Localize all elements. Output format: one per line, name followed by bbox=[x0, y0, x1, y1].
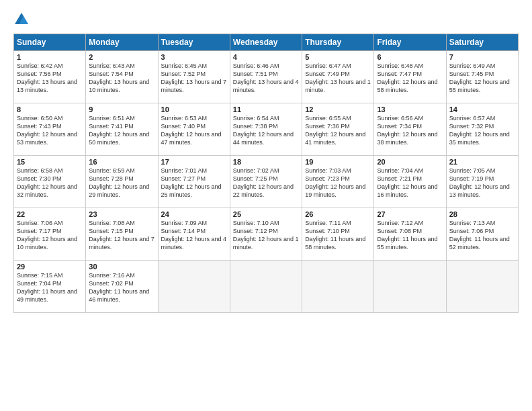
day-info: Sunrise: 7:05 AMSunset: 7:19 PMDaylight:… bbox=[449, 167, 515, 199]
table-row bbox=[230, 261, 302, 313]
calendar-header-row: Sunday Monday Tuesday Wednesday Thursday… bbox=[14, 34, 519, 51]
table-row bbox=[374, 261, 446, 313]
table-row: 29Sunrise: 7:15 AMSunset: 7:04 PMDayligh… bbox=[14, 261, 86, 313]
day-number: 29 bbox=[17, 263, 83, 271]
table-row: 3Sunrise: 6:45 AMSunset: 7:52 PMDaylight… bbox=[158, 51, 230, 103]
table-row bbox=[302, 261, 374, 313]
day-info: Sunrise: 7:12 AMSunset: 7:08 PMDaylight:… bbox=[377, 219, 443, 252]
day-info: Sunrise: 6:48 AMSunset: 7:47 PMDaylight:… bbox=[377, 62, 443, 95]
table-row: 9Sunrise: 6:51 AMSunset: 7:41 PMDaylight… bbox=[86, 103, 158, 156]
day-number: 6 bbox=[377, 53, 443, 61]
day-info: Sunrise: 6:47 AMSunset: 7:49 PMDaylight:… bbox=[305, 62, 371, 95]
day-number: 23 bbox=[89, 210, 154, 218]
logo-icon bbox=[13, 11, 30, 27]
day-number: 9 bbox=[89, 105, 154, 113]
table-row: 23Sunrise: 7:08 AMSunset: 7:15 PMDayligh… bbox=[86, 208, 158, 261]
calendar-table: Sunday Monday Tuesday Wednesday Thursday… bbox=[13, 34, 519, 313]
day-info: Sunrise: 6:50 AMSunset: 7:43 PMDaylight:… bbox=[17, 114, 83, 147]
day-info: Sunrise: 7:16 AMSunset: 7:02 PMDaylight:… bbox=[89, 271, 154, 304]
col-thursday: Thursday bbox=[302, 34, 374, 51]
table-row: 15Sunrise: 6:58 AMSunset: 7:30 PMDayligh… bbox=[14, 156, 86, 208]
calendar-week-row: 29Sunrise: 7:15 AMSunset: 7:04 PMDayligh… bbox=[14, 261, 519, 313]
day-number: 13 bbox=[377, 105, 443, 113]
table-row: 4Sunrise: 6:46 AMSunset: 7:51 PMDaylight… bbox=[230, 51, 302, 103]
day-info: Sunrise: 6:58 AMSunset: 7:30 PMDaylight:… bbox=[17, 167, 83, 199]
day-number: 20 bbox=[377, 158, 443, 166]
table-row: 11Sunrise: 6:54 AMSunset: 7:38 PMDayligh… bbox=[230, 103, 302, 156]
day-number: 17 bbox=[161, 158, 227, 166]
table-row: 24Sunrise: 7:09 AMSunset: 7:14 PMDayligh… bbox=[158, 208, 230, 261]
table-row: 8Sunrise: 6:50 AMSunset: 7:43 PMDaylight… bbox=[14, 103, 86, 156]
table-row: 14Sunrise: 6:57 AMSunset: 7:32 PMDayligh… bbox=[446, 103, 518, 156]
day-number: 7 bbox=[449, 53, 515, 61]
table-row: 10Sunrise: 6:53 AMSunset: 7:40 PMDayligh… bbox=[158, 103, 230, 156]
day-info: Sunrise: 7:15 AMSunset: 7:04 PMDaylight:… bbox=[17, 271, 83, 304]
col-wednesday: Wednesday bbox=[230, 34, 302, 51]
day-info: Sunrise: 6:59 AMSunset: 7:28 PMDaylight:… bbox=[89, 167, 154, 199]
day-info: Sunrise: 7:06 AMSunset: 7:17 PMDaylight:… bbox=[17, 219, 83, 252]
table-row: 19Sunrise: 7:03 AMSunset: 7:23 PMDayligh… bbox=[302, 156, 374, 208]
table-row: 27Sunrise: 7:12 AMSunset: 7:08 PMDayligh… bbox=[374, 208, 446, 261]
day-number: 3 bbox=[161, 53, 227, 61]
day-info: Sunrise: 6:43 AMSunset: 7:54 PMDaylight:… bbox=[89, 62, 154, 95]
day-number: 14 bbox=[449, 105, 515, 113]
calendar-page: Sunday Monday Tuesday Wednesday Thursday… bbox=[0, 0, 532, 411]
day-number: 28 bbox=[449, 210, 515, 218]
day-info: Sunrise: 6:42 AMSunset: 7:56 PMDaylight:… bbox=[17, 62, 83, 95]
day-info: Sunrise: 7:10 AMSunset: 7:12 PMDaylight:… bbox=[233, 219, 299, 252]
table-row: 16Sunrise: 6:59 AMSunset: 7:28 PMDayligh… bbox=[86, 156, 158, 208]
day-info: Sunrise: 7:08 AMSunset: 7:15 PMDaylight:… bbox=[89, 219, 154, 252]
table-row bbox=[446, 261, 518, 313]
day-number: 25 bbox=[233, 210, 299, 218]
day-number: 24 bbox=[161, 210, 227, 218]
table-row: 2Sunrise: 6:43 AMSunset: 7:54 PMDaylight… bbox=[86, 51, 158, 103]
day-info: Sunrise: 7:11 AMSunset: 7:10 PMDaylight:… bbox=[305, 219, 371, 252]
table-row: 7Sunrise: 6:49 AMSunset: 7:45 PMDaylight… bbox=[446, 51, 518, 103]
day-number: 5 bbox=[305, 53, 371, 61]
day-number: 8 bbox=[17, 105, 83, 113]
day-info: Sunrise: 6:46 AMSunset: 7:51 PMDaylight:… bbox=[233, 62, 299, 95]
day-number: 16 bbox=[89, 158, 154, 166]
day-info: Sunrise: 6:45 AMSunset: 7:52 PMDaylight:… bbox=[161, 62, 227, 95]
day-number: 4 bbox=[233, 53, 299, 61]
day-number: 1 bbox=[17, 53, 83, 61]
table-row: 20Sunrise: 7:04 AMSunset: 7:21 PMDayligh… bbox=[374, 156, 446, 208]
day-number: 15 bbox=[17, 158, 83, 166]
table-row: 6Sunrise: 6:48 AMSunset: 7:47 PMDaylight… bbox=[374, 51, 446, 103]
day-number: 21 bbox=[449, 158, 515, 166]
day-info: Sunrise: 6:56 AMSunset: 7:34 PMDaylight:… bbox=[377, 114, 443, 147]
day-info: Sunrise: 6:57 AMSunset: 7:32 PMDaylight:… bbox=[449, 114, 515, 147]
day-number: 18 bbox=[233, 158, 299, 166]
col-saturday: Saturday bbox=[446, 34, 518, 51]
day-info: Sunrise: 7:09 AMSunset: 7:14 PMDaylight:… bbox=[161, 219, 227, 252]
header bbox=[13, 11, 519, 27]
table-row: 25Sunrise: 7:10 AMSunset: 7:12 PMDayligh… bbox=[230, 208, 302, 261]
table-row: 5Sunrise: 6:47 AMSunset: 7:49 PMDaylight… bbox=[302, 51, 374, 103]
col-tuesday: Tuesday bbox=[158, 34, 230, 51]
col-monday: Monday bbox=[86, 34, 158, 51]
day-info: Sunrise: 6:54 AMSunset: 7:38 PMDaylight:… bbox=[233, 114, 299, 147]
calendar-week-row: 22Sunrise: 7:06 AMSunset: 7:17 PMDayligh… bbox=[14, 208, 519, 261]
table-row bbox=[158, 261, 230, 313]
table-row: 22Sunrise: 7:06 AMSunset: 7:17 PMDayligh… bbox=[14, 208, 86, 261]
day-number: 11 bbox=[233, 105, 299, 113]
day-number: 22 bbox=[17, 210, 83, 218]
day-info: Sunrise: 6:49 AMSunset: 7:45 PMDaylight:… bbox=[449, 62, 515, 95]
table-row: 21Sunrise: 7:05 AMSunset: 7:19 PMDayligh… bbox=[446, 156, 518, 208]
day-info: Sunrise: 7:13 AMSunset: 7:06 PMDaylight:… bbox=[449, 219, 515, 252]
calendar-week-row: 15Sunrise: 6:58 AMSunset: 7:30 PMDayligh… bbox=[14, 156, 519, 208]
table-row: 30Sunrise: 7:16 AMSunset: 7:02 PMDayligh… bbox=[86, 261, 158, 313]
col-friday: Friday bbox=[374, 34, 446, 51]
day-number: 2 bbox=[89, 53, 154, 61]
day-number: 26 bbox=[305, 210, 371, 218]
day-info: Sunrise: 6:53 AMSunset: 7:40 PMDaylight:… bbox=[161, 114, 227, 147]
day-info: Sunrise: 7:02 AMSunset: 7:25 PMDaylight:… bbox=[233, 167, 299, 199]
table-row: 18Sunrise: 7:02 AMSunset: 7:25 PMDayligh… bbox=[230, 156, 302, 208]
table-row: 17Sunrise: 7:01 AMSunset: 7:27 PMDayligh… bbox=[158, 156, 230, 208]
calendar-week-row: 8Sunrise: 6:50 AMSunset: 7:43 PMDaylight… bbox=[14, 103, 519, 156]
calendar-week-row: 1Sunrise: 6:42 AMSunset: 7:56 PMDaylight… bbox=[14, 51, 519, 103]
table-row: 13Sunrise: 6:56 AMSunset: 7:34 PMDayligh… bbox=[374, 103, 446, 156]
day-info: Sunrise: 7:04 AMSunset: 7:21 PMDaylight:… bbox=[377, 167, 443, 199]
day-info: Sunrise: 6:51 AMSunset: 7:41 PMDaylight:… bbox=[89, 114, 154, 147]
table-row: 1Sunrise: 6:42 AMSunset: 7:56 PMDaylight… bbox=[14, 51, 86, 103]
